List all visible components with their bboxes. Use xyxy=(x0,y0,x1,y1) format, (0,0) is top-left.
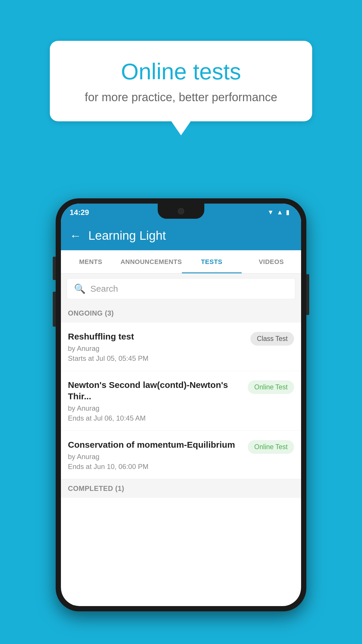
test-info-3: Conservation of momentum-Equilibrium by … xyxy=(68,439,243,471)
phone-frame: 14:29 ▼ ▲ ▮ ← Learning Light MENTS ANNOU… xyxy=(56,198,306,611)
search-input[interactable]: Search xyxy=(90,284,118,294)
wifi-icon: ▼ xyxy=(267,209,274,216)
tab-tests[interactable]: TESTS xyxy=(182,250,241,273)
signal-icon: ▲ xyxy=(277,209,283,216)
search-bar[interactable]: 🔍 Search xyxy=(67,278,295,299)
test-by-2: by Anurag xyxy=(68,404,243,412)
test-time-3: Ends at Jun 10, 06:00 PM xyxy=(68,463,243,471)
phone-notch xyxy=(158,204,204,219)
phone-side-button-2 xyxy=(53,292,56,327)
tab-ments[interactable]: MENTS xyxy=(61,250,120,273)
back-button[interactable]: ← xyxy=(70,229,81,242)
search-icon: 🔍 xyxy=(74,283,86,294)
test-item-1[interactable]: Reshuffling test by Anurag Starts at Jul… xyxy=(61,323,301,371)
test-name-2: Newton's Second law(contd)-Newton's Thir… xyxy=(68,379,243,402)
tabs-container: MENTS ANNOUNCEMENTS TESTS VIDEOS xyxy=(61,250,301,274)
test-time-2: Ends at Jul 06, 10:45 AM xyxy=(68,414,243,422)
phone-screen: 14:29 ▼ ▲ ▮ ← Learning Light MENTS ANNOU… xyxy=(61,204,301,606)
test-item-2[interactable]: Newton's Second law(contd)-Newton's Thir… xyxy=(61,371,301,431)
test-by-3: by Anurag xyxy=(68,453,243,461)
test-list: Reshuffling test by Anurag Starts at Jul… xyxy=(61,323,301,479)
speech-bubble-container: Online tests for more practice, better p… xyxy=(50,41,312,121)
completed-section-header: COMPLETED (1) xyxy=(61,479,301,498)
tab-videos[interactable]: VIDEOS xyxy=(242,250,301,273)
search-container: 🔍 Search xyxy=(61,274,301,304)
test-info-1: Reshuffling test by Anurag Starts at Jul… xyxy=(68,331,246,363)
phone-side-button-right xyxy=(306,274,309,315)
status-time: 14:29 xyxy=(70,208,89,217)
status-icons: ▼ ▲ ▮ xyxy=(267,209,289,216)
test-info-2: Newton's Second law(contd)-Newton's Thir… xyxy=(68,379,243,422)
test-badge-1: Class Test xyxy=(250,332,294,346)
app-title: Learning Light xyxy=(88,229,166,243)
ongoing-section-header: ONGOING (3) xyxy=(61,304,301,323)
tab-announcements[interactable]: ANNOUNCEMENTS xyxy=(120,250,182,273)
app-header: ← Learning Light xyxy=(61,221,301,250)
test-by-1: by Anurag xyxy=(68,344,246,353)
test-badge-2: Online Test xyxy=(248,380,294,394)
speech-bubble-subtitle: for more practice, better performance xyxy=(73,91,289,104)
camera-dot xyxy=(178,208,184,214)
test-name-3: Conservation of momentum-Equilibrium xyxy=(68,439,243,450)
test-name-1: Reshuffling test xyxy=(68,331,246,342)
test-time-1: Starts at Jul 05, 05:45 PM xyxy=(68,354,246,363)
phone-wrapper: 14:29 ▼ ▲ ▮ ← Learning Light MENTS ANNOU… xyxy=(56,198,306,611)
phone-side-button-1 xyxy=(53,257,56,280)
test-item-3[interactable]: Conservation of momentum-Equilibrium by … xyxy=(61,431,301,479)
speech-bubble: Online tests for more practice, better p… xyxy=(50,41,312,121)
speech-bubble-title: Online tests xyxy=(73,58,289,85)
test-badge-3: Online Test xyxy=(248,440,294,454)
battery-icon: ▮ xyxy=(286,209,289,216)
